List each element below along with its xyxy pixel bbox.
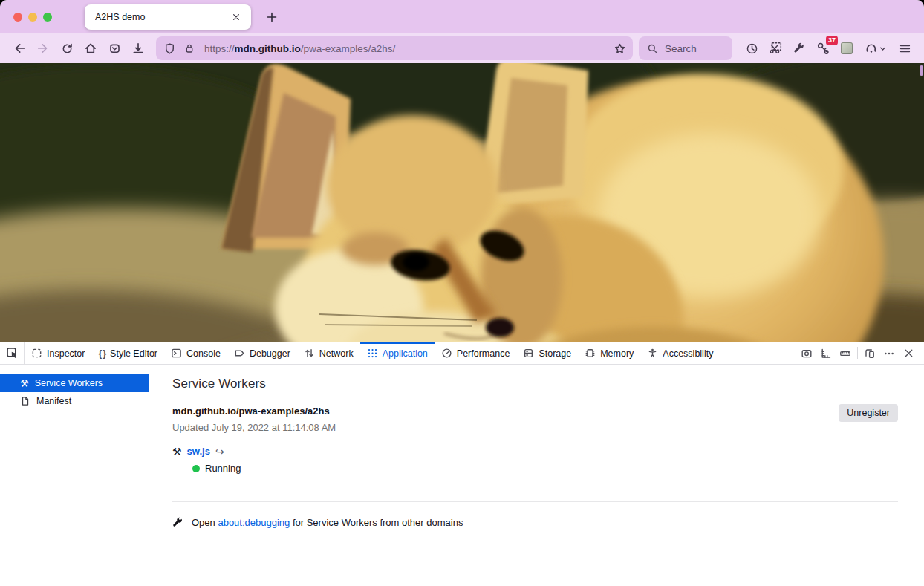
sidebar-item-label: Manifest [36,396,71,406]
headset-icon [865,42,878,55]
tab-bar: A2HS demo [0,0,924,33]
account-menu-button[interactable] [859,37,893,59]
worker-file-row: ⚒ sw.js ↪ [172,446,898,457]
tab-console[interactable]: Console [164,342,227,364]
devtools-toolbar-right [797,342,924,364]
tab-style-editor[interactable]: { } Style Editor [91,342,164,364]
network-icon [304,348,315,359]
browser-window: A2HS demo [0,0,924,586]
application-sidebar: ⚒ Service Workers Manifest [0,365,149,586]
screenshot-button[interactable] [797,345,816,362]
forward-icon [36,42,50,55]
pick-element-button[interactable] [0,342,25,364]
close-icon [903,348,914,359]
reload-button[interactable] [55,37,79,59]
app-menu-button[interactable] [893,37,917,59]
url-path: /pwa-examples/a2hs/ [301,43,396,54]
tab-application-label: Application [383,348,428,359]
sidebar-item-service-workers[interactable]: ⚒ Service Workers [0,374,149,392]
devtools-menu-button[interactable] [879,345,899,362]
tab-application[interactable]: Application [360,342,435,364]
pick-element-icon [6,347,19,359]
tab-close-button[interactable] [227,8,245,26]
accessibility-person-icon [647,348,658,359]
close-devtools-button[interactable] [899,345,918,362]
responsive-mode-icon [864,348,876,359]
about-debugging-link[interactable]: about:debugging [218,517,290,528]
lock-icon[interactable] [183,42,195,54]
back-icon [13,42,26,55]
url-domain: mdn.github.io [235,43,301,54]
tab-debugger[interactable]: Debugger [227,342,297,364]
browser-tab[interactable]: A2HS demo [85,4,251,30]
footer-prefix: Open [192,517,218,528]
extension-icon [841,42,853,54]
tab-inspector[interactable]: Inspector [25,342,91,364]
tab-performance[interactable]: Performance [435,342,517,364]
pocket-icon [108,42,121,55]
tools-extension-button[interactable] [787,37,811,59]
page-content [0,63,924,342]
back-button[interactable] [7,37,31,59]
worker-icon: ⚒ [20,379,29,388]
tab-memory[interactable]: Memory [578,342,640,364]
worker-file-link[interactable]: sw.js [187,446,210,457]
pocket-save-button[interactable] [103,37,126,59]
debugger-icon [234,348,245,359]
tab-storage[interactable]: Storage [516,342,578,364]
navigation-toolbar: https://mdn.github.io/pwa-examples/a2hs/… [0,33,924,63]
rulers-button[interactable] [836,345,855,362]
tab-title: A2HS demo [95,12,227,22]
worker-status: Running [205,463,241,474]
home-icon [84,42,97,55]
page-scrollbar[interactable] [920,65,923,76]
tab-accessibility[interactable]: Accessibility [640,342,720,364]
search-icon [647,43,658,54]
password-manager-extension-button[interactable]: 37 [811,37,835,59]
performance-icon [441,348,452,359]
panel-divider [172,501,898,502]
new-tab-button[interactable] [263,8,281,26]
downloads-button[interactable] [126,37,150,59]
running-status-dot [192,465,200,472]
jump-to-source-icon[interactable]: ↪ [215,446,224,457]
sidebar-item-label: Service Workers [35,378,103,388]
tab-network[interactable]: Network [297,342,360,364]
history-button[interactable] [740,37,764,59]
minimize-window-button[interactable] [28,13,37,22]
url-bar[interactable]: https://mdn.github.io/pwa-examples/a2hs/ [156,36,633,60]
fennec-fox-photo [0,63,924,342]
application-grid-icon [367,348,378,359]
panel-title: Service Workers [172,377,898,391]
screenshot-extension-button[interactable] [764,37,787,59]
shield-icon[interactable] [163,42,176,55]
tab-debugger-label: Debugger [250,348,290,359]
hamburger-icon [899,42,911,55]
tab-performance-label: Performance [457,348,510,359]
window-controls [0,13,64,22]
unregister-button[interactable]: Unregister [839,404,898,422]
notes-extension-button[interactable] [835,37,859,59]
search-placeholder: Search [665,43,697,54]
worker-scope: mdn.github.io/pwa-examples/a2hs [172,406,898,417]
devtools-body: ⚒ Service Workers Manifest Service Worke… [0,365,924,586]
bookmark-star-button[interactable] [609,38,630,59]
storage-icon [523,348,534,359]
search-field[interactable]: Search [639,36,732,60]
tab-inspector-label: Inspector [47,348,85,359]
tab-accessibility-label: Accessibility [663,348,713,359]
zoom-window-button[interactable] [43,13,52,22]
footer-suffix: for Service Workers from other domains [290,517,463,528]
measuring-tool-button[interactable] [816,345,836,362]
toolbar-separator [857,347,858,359]
scissors-icon [769,42,782,55]
braces-icon: { } [98,348,105,359]
reload-icon [61,42,74,55]
home-button[interactable] [79,37,103,59]
sidebar-item-manifest[interactable]: Manifest [0,392,149,410]
responsive-design-mode-button[interactable] [860,345,879,362]
forward-button[interactable] [31,37,55,59]
close-window-button[interactable] [13,13,22,22]
tab-memory-label: Memory [600,348,634,359]
memory-chip-icon [585,348,596,359]
